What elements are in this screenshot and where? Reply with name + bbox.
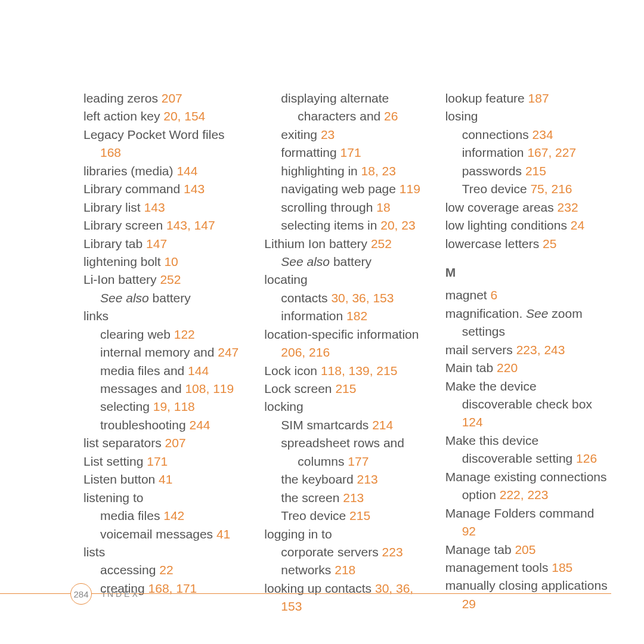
index-entry: lowercase letters 25 [445,235,608,253]
page-ref[interactable]: 215 [335,382,356,395]
page-ref[interactable]: 222, 223 [500,488,549,501]
page-ref[interactable]: 122 [174,327,195,341]
page-footer: 284 INDEX [0,593,644,617]
index-entry: 168 [83,144,246,162]
page-ref[interactable]: 124 [462,415,483,429]
page-ref[interactable]: 171 [340,145,361,159]
index-subentry: displaying alternate [264,89,427,107]
index-entry: logging in to [264,525,427,543]
footer-label: INDEX [103,589,140,599]
index-subentry: settings [445,323,608,340]
index-section-heading: M [445,264,608,281]
page-ref[interactable]: 24 [571,218,584,232]
page-ref[interactable]: 6 [491,288,498,302]
page-ref[interactable]: 126 [576,451,597,465]
page-ref[interactable]: 252 [160,273,181,286]
page-ref[interactable]: 185 [552,561,572,574]
index-entry: lightening bolt 10 [83,253,246,271]
page-ref[interactable]: 25 [543,237,556,250]
page-ref[interactable]: 182 [346,309,367,323]
page-ref[interactable]: 213 [343,491,364,504]
index-entry: 206, 216 [264,343,427,361]
page-ref[interactable]: 167, 227 [527,145,576,159]
index-subentry: formatting 171 [264,144,427,162]
page-ref[interactable]: 247 [218,345,239,359]
page-ref[interactable]: 215 [525,164,546,178]
index-subentry: media files and 144 [83,362,246,380]
page-ref[interactable]: 205 [515,543,535,556]
index-subentry: the keyboard 213 [264,470,427,488]
index-entry: locking [264,398,427,416]
page-ref[interactable]: 232 [558,200,578,214]
page-ref[interactable]: 119 [400,182,420,196]
page-ref[interactable]: 171 [147,454,168,468]
page-ref[interactable]: 223, 243 [516,343,565,357]
index-entry: Library command 143 [83,180,246,198]
page-ref[interactable]: 215 [349,509,370,522]
page-ref[interactable]: 252 [371,237,392,250]
page-ref[interactable]: 207 [165,436,186,450]
page-ref[interactable]: 108, 119 [185,382,234,395]
page-ref[interactable]: 244 [189,418,210,432]
index-subentry: clearing web 122 [83,326,246,343]
index-entry: Manage tab 205 [445,541,608,559]
page-ref[interactable]: 143 [144,200,165,214]
index-entry: Lithium Ion battery 252 [264,235,427,253]
index-entry: libraries (media) 144 [83,162,246,180]
index-entry: mail servers 223, 243 [445,341,608,359]
index-subentry: selecting items in 20, 23 [264,216,427,234]
page-ref[interactable]: 30, 36, 153 [331,291,394,305]
page-ref[interactable]: 142 [163,509,184,522]
index-subentry: passwords 215 [445,162,608,180]
page-ref[interactable]: 23 [321,128,335,141]
page-ref[interactable]: 41 [216,527,230,541]
page-ref[interactable]: 18, 23 [361,164,396,178]
index-entry: low lighting conditions 24 [445,216,608,234]
index-entry: listening to [83,489,246,507]
page-ref[interactable]: 177 [348,454,369,468]
index-subentry: messages and 108, 119 [83,380,246,398]
index-entry: left action key 20, 154 [83,107,246,125]
page-ref[interactable]: 10 [164,255,178,268]
page-ref[interactable]: 18 [376,200,390,214]
page-ref[interactable]: 143, 147 [166,218,215,232]
page-ref[interactable]: 187 [528,91,549,105]
index-entry: losing [445,107,608,125]
column-1: leading zeros 207 left action key 20, 15… [83,89,246,616]
index-subentry: accessing 22 [83,561,246,579]
index-see-also: See also battery [83,289,246,307]
page-ref[interactable]: 41 [159,472,172,486]
index-entry: management tools 185 [445,559,608,577]
page-ref[interactable]: 26 [384,109,398,123]
index-subentry: selecting 19, 118 [83,398,246,416]
page-ref[interactable]: 220 [497,361,518,374]
page-ref[interactable]: 218 [335,563,355,577]
page-ref[interactable]: 147 [146,237,167,250]
index-entry: Lock screen 215 [264,380,427,398]
page-ref[interactable]: 22 [159,563,173,577]
page-ref[interactable]: 206, 216 [281,345,330,359]
page-ref[interactable]: 143 [184,182,205,196]
page-ref[interactable]: 234 [532,128,553,141]
index-entry: Lock icon 118, 139, 215 [264,362,427,380]
index-entry: locating [264,271,427,289]
index-entry: magnet 6 [445,286,608,304]
index-subentry: Treo device 75, 216 [445,180,608,198]
page-ref[interactable]: 223 [382,545,403,559]
page-ref[interactable]: 20, 154 [163,109,205,123]
page-ref[interactable]: 213 [357,472,378,486]
page-ref[interactable]: 118, 139, 215 [321,364,397,377]
page-ref[interactable]: 75, 216 [530,182,572,196]
index-entry: Make the device [445,377,608,395]
page-ref[interactable]: 92 [462,524,476,538]
page-ref[interactable]: 20, 23 [380,218,415,232]
page-ref[interactable]: 168 [100,145,121,159]
index-subentry: networks 218 [264,561,427,579]
index-subentry: characters and 26 [264,107,427,125]
page-ref[interactable]: 207 [162,91,182,105]
index-entry: Li-Ion battery 252 [83,271,246,289]
page-ref[interactable]: 144 [177,164,197,178]
page-ref[interactable]: 214 [372,418,393,432]
page-ref[interactable]: 144 [188,364,209,377]
page-ref[interactable]: 19, 118 [153,400,195,413]
